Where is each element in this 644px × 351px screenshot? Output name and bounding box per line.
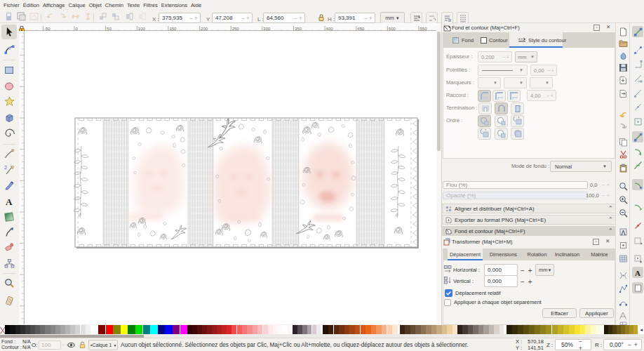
svg-text:A: A bbox=[6, 197, 13, 206]
svg-text:2: 2 bbox=[4, 165, 7, 170]
svg-text:A: A bbox=[635, 269, 640, 277]
